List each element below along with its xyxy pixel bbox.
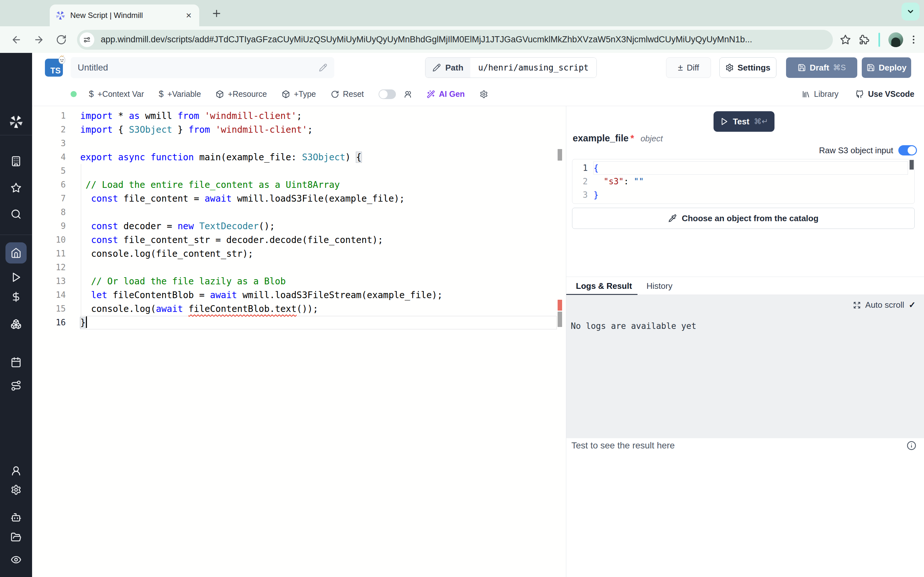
script-title-input[interactable]: Untitled bbox=[71, 57, 334, 78]
expand-icon bbox=[853, 301, 861, 309]
code-line[interactable]: import { S3Object } from 'windmill-clien… bbox=[80, 123, 557, 137]
cursor-ruler-mark bbox=[557, 311, 562, 327]
reset-button[interactable]: Reset bbox=[331, 89, 364, 99]
extensions-puzzle-icon[interactable] bbox=[859, 34, 870, 45]
add-variable-button[interactable]: $ +Variable bbox=[159, 89, 201, 99]
code-line[interactable]: export async function main(example_file:… bbox=[80, 150, 557, 164]
code-line[interactable]: "s3": "" bbox=[594, 175, 908, 188]
code-line[interactable]: console.log(await fileContentBlob.text()… bbox=[80, 302, 557, 316]
test-shortcut: ⌘↵ bbox=[754, 117, 768, 126]
multiplayer-toggle[interactable] bbox=[379, 89, 396, 99]
back-button[interactable] bbox=[10, 33, 23, 47]
sidebar-item-search[interactable] bbox=[0, 209, 32, 219]
pencil-icon bbox=[433, 63, 441, 72]
folder-open-icon bbox=[11, 532, 21, 543]
tab-logs-result[interactable]: Logs & Result bbox=[576, 277, 632, 295]
dollar-icon: $ bbox=[89, 89, 94, 99]
code-line[interactable]: { bbox=[594, 161, 908, 175]
sidebar-item-settings[interactable] bbox=[0, 484, 32, 495]
sidebar-item-variables[interactable] bbox=[0, 292, 32, 302]
sidebar-item-home-active[interactable] bbox=[5, 242, 27, 263]
deploy-button[interactable]: Deploy bbox=[862, 57, 911, 78]
plus-icon bbox=[211, 8, 222, 19]
collaborators-button[interactable] bbox=[404, 90, 412, 98]
sidebar-item-workers[interactable] bbox=[0, 512, 32, 523]
library-button[interactable]: Library bbox=[802, 89, 838, 99]
code-line[interactable]: const file_content_str = decoder.decode(… bbox=[80, 233, 557, 247]
dollar-icon bbox=[11, 292, 21, 302]
play-icon bbox=[11, 272, 21, 283]
path-widget[interactable]: Path u/henri/amusing_script bbox=[425, 57, 597, 78]
editor-settings-button[interactable] bbox=[480, 90, 488, 98]
code-editor[interactable]: 12345678910111213141516 import * as wmil… bbox=[32, 106, 566, 577]
add-type-button[interactable]: +Type bbox=[282, 89, 316, 99]
boxes-icon bbox=[11, 319, 21, 330]
code-line[interactable]: const file_content = await wmill.loadS3F… bbox=[80, 192, 557, 205]
sidebar-item-audit[interactable] bbox=[0, 554, 32, 565]
forward-button[interactable] bbox=[32, 33, 45, 47]
reload-button[interactable] bbox=[55, 33, 68, 47]
use-vscode-button[interactable]: Use VScode bbox=[856, 89, 914, 99]
code-line[interactable]: // Load the entire file_content as a Uin… bbox=[80, 178, 557, 192]
url-bar[interactable]: app.windmill.dev/scripts/add#JTdCJTIyaGF… bbox=[77, 30, 833, 50]
sidebar-item-resources[interactable] bbox=[0, 319, 32, 330]
use-vscode-label: Use VScode bbox=[868, 89, 914, 99]
site-settings-icon[interactable] bbox=[79, 32, 94, 47]
check-icon: ✓ bbox=[909, 300, 916, 310]
pencil-icon[interactable] bbox=[319, 63, 327, 72]
browser-tab[interactable]: New Script | Windmill × bbox=[50, 5, 199, 26]
diff-button[interactable]: ± Diff bbox=[666, 57, 711, 78]
sidebar-windmill-logo[interactable] bbox=[0, 114, 32, 129]
calendar-icon bbox=[11, 357, 21, 367]
code-line[interactable]: import * as wmill from 'windmill-client'… bbox=[80, 109, 557, 123]
settings-button[interactable]: Settings bbox=[719, 57, 776, 78]
sidebar-item-folders[interactable] bbox=[0, 532, 32, 543]
add-context-var-button[interactable]: $ +Context Var bbox=[89, 89, 144, 99]
choose-object-button[interactable]: Choose an object from the catalog bbox=[572, 208, 915, 229]
browser-chrome: New Script | Windmill × bbox=[0, 0, 924, 53]
draft-button[interactable]: Draft ⌘S bbox=[786, 57, 857, 78]
tab-title: New Script | Windmill bbox=[70, 11, 184, 20]
code-line[interactable] bbox=[80, 137, 557, 150]
json-content[interactable]: { "s3": ""} bbox=[594, 161, 908, 201]
sidebar-item-schedules[interactable] bbox=[0, 357, 32, 367]
argument-name: example_file bbox=[573, 133, 628, 143]
json-scrollbar-thumb[interactable] bbox=[909, 160, 914, 169]
code-line[interactable]: } bbox=[80, 316, 557, 330]
code-line[interactable]: console.log(file_content_str); bbox=[80, 247, 557, 261]
draft-label: Draft bbox=[810, 63, 829, 73]
avatar[interactable] bbox=[888, 32, 903, 47]
code-content[interactable]: import * as wmill from 'windmill-client'… bbox=[80, 109, 557, 330]
raw-s3-row: Raw S3 object input bbox=[819, 145, 917, 155]
auto-scroll-control[interactable]: Auto scroll ✓ bbox=[853, 300, 916, 310]
sidebar-item-routes[interactable] bbox=[0, 380, 32, 391]
code-line[interactable]: const decoder = new TextDecoder(); bbox=[80, 219, 557, 233]
sidebar-item-favorites[interactable] bbox=[0, 182, 32, 193]
new-tab-button[interactable] bbox=[210, 7, 223, 20]
sidebar-item-user[interactable] bbox=[0, 466, 32, 476]
code-line[interactable]: } bbox=[594, 188, 908, 201]
ai-gen-button[interactable]: AI Gen bbox=[427, 89, 465, 99]
sidebar-item-workspace[interactable] bbox=[0, 156, 32, 167]
raw-s3-toggle[interactable] bbox=[898, 145, 917, 155]
tab-search-button[interactable] bbox=[901, 3, 919, 21]
code-line[interactable] bbox=[80, 164, 557, 178]
workspace: 12345678910111213141516 import * as wmil… bbox=[32, 106, 924, 577]
sidebar-item-runs[interactable] bbox=[0, 272, 32, 283]
code-line[interactable] bbox=[80, 261, 557, 274]
code-line[interactable] bbox=[80, 205, 557, 219]
eye-icon bbox=[11, 554, 21, 565]
tab-history[interactable]: History bbox=[646, 277, 672, 295]
reset-label: Reset bbox=[343, 89, 364, 99]
test-button[interactable]: Test ⌘↵ bbox=[714, 111, 774, 132]
code-line[interactable]: let fileContentBlob = await wmill.loadS3… bbox=[80, 288, 557, 302]
browser-navbar: app.windmill.dev/scripts/add#JTdCJTIyaGF… bbox=[0, 26, 924, 53]
tab-close-icon[interactable]: × bbox=[184, 11, 194, 20]
add-resource-button[interactable]: +Resource bbox=[216, 89, 267, 99]
code-line[interactable]: // Or load the file lazily as a Blob bbox=[80, 274, 557, 288]
s3-json-editor[interactable]: 123 { "s3": ""} bbox=[572, 159, 915, 204]
scrollbar-thumb[interactable] bbox=[557, 149, 562, 161]
info-icon[interactable] bbox=[907, 441, 916, 450]
bookmark-star-icon[interactable] bbox=[840, 34, 851, 45]
browser-menu-button[interactable] bbox=[911, 34, 916, 45]
